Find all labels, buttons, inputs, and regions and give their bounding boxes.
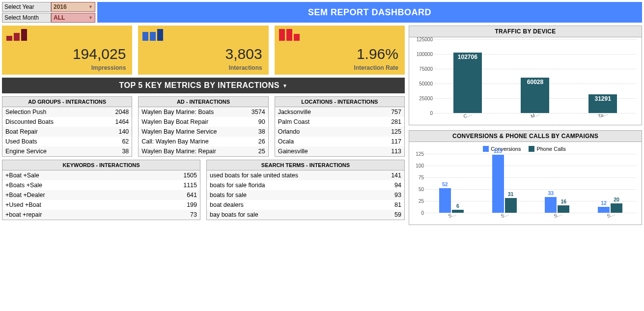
row-label: Selection Push xyxy=(5,109,46,115)
legend-swatch xyxy=(529,146,534,152)
table-row: Engine Service38 xyxy=(2,146,132,156)
bar-value-label: 102706 xyxy=(453,54,482,60)
bar-value-label: 33 xyxy=(543,190,559,196)
row-label: Boat Repair xyxy=(5,128,38,135)
bar: 60028 xyxy=(521,78,549,113)
row-value: 140 xyxy=(118,128,129,135)
y-tick: 125000 xyxy=(417,37,433,42)
year-select[interactable]: 2016 ▼ xyxy=(51,2,95,12)
row-value: 141 xyxy=(391,172,401,179)
row-label: +Boat +Sale xyxy=(5,172,39,179)
table-row: boats for sale93 xyxy=(207,190,404,200)
row-value: 73 xyxy=(190,211,197,218)
tables-top-row: AD GROUPS - INTERACTIONSSelection Push20… xyxy=(2,96,405,157)
table-row: boat dealers81 xyxy=(207,200,404,210)
row-value: 113 xyxy=(391,148,401,155)
legend-item: Phone Calls xyxy=(529,146,565,152)
month-value: ALL xyxy=(54,14,65,21)
kpi-label: Interaction Rate xyxy=(354,64,398,71)
row-label: +boat +repair xyxy=(5,211,42,218)
row-label: used boats for sale united states xyxy=(210,172,298,179)
row-label: Ocala xyxy=(278,138,294,145)
month-select[interactable]: ALL ▼ xyxy=(51,13,95,23)
chevron-down-icon: ▼ xyxy=(88,15,93,20)
section-header-text: TOP 5 KEY METRICS BY INTERACTIONS xyxy=(119,81,280,90)
row-value: 281 xyxy=(391,118,401,125)
chart-title: CONVERSIONS & PHONE CALLS BY CAMPAIGNS xyxy=(409,131,642,142)
y-tick: 125 xyxy=(416,151,424,157)
table-row: +Boats +Sale1115 xyxy=(2,180,200,190)
table-row: Boat Repair140 xyxy=(2,127,132,137)
row-value: 757 xyxy=(391,109,401,115)
row-value: 26 xyxy=(258,138,265,145)
row-value: 117 xyxy=(391,138,401,145)
kpi-sparkline xyxy=(6,29,27,41)
table-row: Jacksonville757 xyxy=(275,107,404,117)
row-label: Gainesville xyxy=(278,148,308,155)
month-label: Select Month xyxy=(2,13,51,23)
row-value: 81 xyxy=(394,201,401,208)
row-label: bay boats for sale xyxy=(210,211,258,218)
bar-value-label: 16 xyxy=(556,198,571,204)
table-row: used boats for sale united states141 xyxy=(207,170,404,180)
row-label: boats for sale florida xyxy=(210,182,265,189)
section-header[interactable]: TOP 5 KEY METRICS BY INTERACTIONS ▼ xyxy=(2,78,405,93)
kpi-card: 194,025Impressions xyxy=(2,26,132,75)
metrics-table: KEYWORDS - INTERACTIONS+Boat +Sale1505+B… xyxy=(2,160,200,220)
table-row: Palm Coast281 xyxy=(275,117,404,127)
row-label: Call: Waylen Bay Marine xyxy=(141,138,208,145)
row-value: 62 xyxy=(122,138,129,145)
bar: 33 xyxy=(545,197,557,213)
chart-title: TRAFFIC BY DEVICE xyxy=(409,26,642,37)
row-value: 125 xyxy=(391,128,401,135)
row-value: 641 xyxy=(187,192,197,198)
row-label: Palm Coast xyxy=(278,118,310,125)
row-value: 2048 xyxy=(115,109,129,115)
kpi-label: Interactions xyxy=(229,64,262,71)
row-label: Waylen Bay Marine Service xyxy=(141,128,217,135)
table-row: boats for sale florida94 xyxy=(207,180,404,190)
table-row: Ocala117 xyxy=(275,137,404,146)
kpi-label: Impressions xyxy=(91,64,126,71)
table-header: AD - INTERACTIONS xyxy=(139,97,268,107)
row-label: Discounted Boats xyxy=(5,118,54,125)
table-row: Discounted Boats1464 xyxy=(2,117,132,127)
row-value: 59 xyxy=(394,211,401,218)
row-label: Waylen Bay Marine: Repair xyxy=(141,148,216,155)
row-label: Used Boats xyxy=(5,138,37,145)
conversions-phonecalls-chart: CONVERSIONS & PHONE CALLS BY CAMPAIGNS C… xyxy=(409,130,642,225)
bar-value-label: 31 xyxy=(503,191,519,197)
metrics-table: AD - INTERACTIONSWaylen Bay Marine: Boat… xyxy=(138,96,268,157)
bar: 52 xyxy=(439,188,451,213)
metrics-table: AD GROUPS - INTERACTIONSSelection Push20… xyxy=(2,96,132,157)
table-header: AD GROUPS - INTERACTIONS xyxy=(2,97,132,107)
plot-area: 1027066002831291 xyxy=(434,39,637,113)
row-label: boats for sale xyxy=(210,192,247,198)
chevron-down-icon: ▼ xyxy=(88,4,93,9)
row-label: +Boat +Dealer xyxy=(5,192,45,198)
table-row: bay boats for sale59 xyxy=(207,210,404,220)
page-title: SEM REPORT DASHBOARD xyxy=(97,2,642,23)
row-value: 38 xyxy=(258,128,265,135)
bar-value-label: 31291 xyxy=(588,95,617,102)
bar-value-label: 60028 xyxy=(521,79,549,85)
bar-value-label: 6 xyxy=(450,203,466,209)
row-label: Waylen Bay Marine: Boats xyxy=(141,109,214,115)
table-row: Waylen Bay Marine Service38 xyxy=(139,127,268,137)
row-value: 93 xyxy=(394,192,401,198)
kpi-card: 1.96%Interaction Rate xyxy=(275,26,405,75)
row-value: 1464 xyxy=(115,118,129,125)
table-row: Waylen Bay Boat Repair90 xyxy=(139,117,268,127)
table-row: +Boat +Dealer641 xyxy=(2,190,200,200)
row-value: 1505 xyxy=(183,172,197,179)
plot-area: 5261233133161220 xyxy=(425,154,637,213)
row-value: 25 xyxy=(258,148,265,155)
table-row: +Used +Boat199 xyxy=(2,200,200,210)
table-header: KEYWORDS - INTERACTIONS xyxy=(2,160,200,170)
row-label: Engine Service xyxy=(5,148,47,155)
table-row: Waylen Bay Marine: Repair25 xyxy=(139,146,268,156)
bar: 123 xyxy=(492,155,504,213)
row-label: +Boats +Sale xyxy=(5,182,42,189)
row-label: Jacksonville xyxy=(278,109,311,115)
kpi-row: 194,025Impressions3,803Interactions1.96%… xyxy=(2,26,405,75)
